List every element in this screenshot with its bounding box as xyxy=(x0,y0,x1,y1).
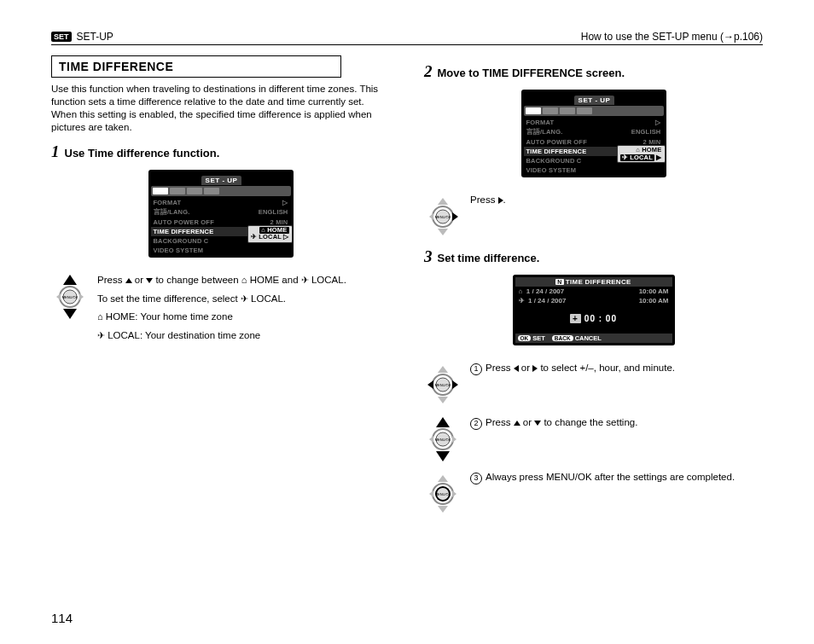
dpad-up-down-icon: MENU/OK xyxy=(51,273,89,321)
page-header: SET SET-UP How to use the SET-UP menu (→… xyxy=(51,31,763,45)
intro-text: Use this function when traveling to dest… xyxy=(51,83,390,134)
dpad-up-down-icon: MENU/OK xyxy=(424,415,462,463)
step3-sub2: MENU/OK 2Press or to change the setting. xyxy=(424,415,763,463)
svg-text:MENU/OK: MENU/OK xyxy=(62,295,78,299)
lcd-tab: SET - UP xyxy=(201,176,242,185)
left-column: TIME DIFFERENCE Use this function when t… xyxy=(51,55,390,523)
lcd-local-row: ✈ 1 / 24 / 200710:00 AM xyxy=(515,296,672,305)
svg-marker-14 xyxy=(438,366,448,373)
instr-line: 3Always press MENU/OK after the settings… xyxy=(470,470,763,485)
lcd-popup: ⌂ HOME ✈ LOCAL ▶ xyxy=(617,145,666,163)
dpad-left-right-icon: MENU/OK xyxy=(424,361,462,409)
svg-text:MENU/OK: MENU/OK xyxy=(435,438,451,442)
svg-marker-1 xyxy=(63,309,77,319)
svg-marker-27 xyxy=(452,436,456,443)
lcd-screen-step1: SET - UP FORMAT▷ 言語/LANG.ENGLISH AUTO PO… xyxy=(148,170,294,258)
svg-marker-8 xyxy=(438,229,448,235)
step3-sub1: MENU/OK 1Press or to select +/–, hour, a… xyxy=(424,361,763,409)
page-number: 114 xyxy=(51,611,73,625)
lcd-popup: ⌂ HOME ✈ LOCAL ▷ xyxy=(247,225,293,243)
lcd-value: ▷ xyxy=(282,199,288,206)
header-left: SET SET-UP xyxy=(51,31,113,43)
plane-icon: ✈ xyxy=(301,275,309,285)
svg-marker-29 xyxy=(438,506,448,513)
right-column: 2 Move to TIME DIFFERENCE screen. SET - … xyxy=(424,55,763,523)
svg-text:MENU/OK: MENU/OK xyxy=(435,492,451,496)
svg-text:MENU/OK: MENU/OK xyxy=(435,383,451,387)
manual-page: SET SET-UP How to use the SET-UP menu (→… xyxy=(0,0,814,540)
svg-marker-20 xyxy=(452,380,458,389)
circle-number-icon: 3 xyxy=(470,473,482,484)
header-right: How to use the SET-UP menu (→p.106) xyxy=(581,31,763,43)
lcd-item: AUTO POWER OFF xyxy=(154,218,214,226)
step-title: Set time difference. xyxy=(438,252,540,264)
dpad-right-icon: MENU/OK xyxy=(424,193,462,241)
instr-line: Press or to change between ⌂ HOME and ✈ … xyxy=(97,273,390,288)
circle-number-icon: 1 xyxy=(470,363,482,375)
lcd-item: FORMAT xyxy=(526,119,555,126)
lcd-item: 言語/LANG. xyxy=(154,208,190,217)
lcd-item: BACKGROUND C xyxy=(526,157,582,165)
svg-text:MENU/OK: MENU/OK xyxy=(435,215,451,219)
lcd-value: ▷ xyxy=(655,119,660,126)
set-badge-icon: SET xyxy=(51,32,72,42)
lcd-screen-step2: SET - UP FORMAT▷ 言語/LANG.ENGLISH AUTO PO… xyxy=(521,90,666,177)
svg-marker-5 xyxy=(56,293,61,300)
svg-marker-7 xyxy=(438,198,448,205)
svg-marker-6 xyxy=(79,293,84,300)
step-title: Use Time difference function. xyxy=(65,147,220,160)
section-title: TIME DIFFERENCE xyxy=(51,55,341,78)
step2-instructions: MENU/OK Press . xyxy=(424,193,763,241)
step-number: 1 xyxy=(51,142,60,161)
lcd-item: VIDEO SYSTEM xyxy=(154,247,204,254)
up-arrow-icon xyxy=(125,278,132,283)
dpad-center-icon: MENU/OK xyxy=(424,470,462,518)
svg-marker-19 xyxy=(427,380,433,389)
step-number: 3 xyxy=(424,247,433,266)
svg-marker-22 xyxy=(436,451,450,461)
svg-marker-15 xyxy=(438,397,448,403)
svg-marker-28 xyxy=(438,475,448,482)
lcd-item: AUTO POWER OFF xyxy=(526,138,587,146)
home-icon: ⌂ xyxy=(97,311,103,322)
step3-header: 3 Set time difference. xyxy=(424,247,763,266)
lcd-item: BACKGROUND C xyxy=(154,237,209,245)
lcd-body: +00 : 00 xyxy=(515,305,672,334)
svg-marker-21 xyxy=(436,417,450,427)
instr-line: To set the time difference, select ✈ LOC… xyxy=(97,292,390,307)
instr-line: 1Press or to select +/–, hour, and minut… xyxy=(470,361,763,376)
step1-instructions: MENU/OK Press or to change between ⌂ HOM… xyxy=(51,273,390,347)
lcd-title: NTIME DIFFERENCE xyxy=(515,277,672,287)
step-title: Move to TIME DIFFERENCE screen. xyxy=(438,67,625,79)
svg-marker-12 xyxy=(429,213,433,220)
instr-line: 2Press or to change the setting. xyxy=(470,415,763,431)
lcd-item: VIDEO SYSTEM xyxy=(526,166,577,174)
lcd-value: ENGLISH xyxy=(259,208,288,217)
svg-marker-0 xyxy=(63,275,77,285)
lcd-home-row: ⌂ 1 / 24 / 200710:00 AM xyxy=(515,287,672,296)
step-number: 2 xyxy=(424,62,433,81)
lcd-tab: SET - UP xyxy=(574,96,615,105)
lcd-item-selected: TIME DIFFERENCE ⌂ HOME ✈ LOCAL ▷ xyxy=(151,227,291,236)
lcd-item-selected: TIME DIFFERENCE ⌂ HOME ✈ LOCAL ▶ xyxy=(524,147,664,156)
instr-line: ⌂ HOME: Your home time zone xyxy=(97,310,390,325)
lcd-screen-step3: NTIME DIFFERENCE ⌂ 1 / 24 / 200710:00 AM… xyxy=(513,275,675,345)
instr-line: Press . xyxy=(470,193,763,208)
svg-marker-35 xyxy=(452,490,456,497)
instr-line: ✈ LOCAL: Your destination time zone xyxy=(97,328,390,344)
step2-header: 2 Move to TIME DIFFERENCE screen. xyxy=(424,62,763,81)
plane-icon: ✈ xyxy=(97,330,105,340)
lcd-tab-row xyxy=(151,186,291,196)
plane-icon: ✈ xyxy=(241,293,248,304)
up-arrow-icon xyxy=(514,421,520,426)
svg-marker-13 xyxy=(452,212,458,221)
step1-header: 1 Use Time difference function. xyxy=(51,142,390,161)
lcd-item: FORMAT xyxy=(154,199,182,206)
header-section: SET-UP xyxy=(77,31,113,43)
lcd-value: ENGLISH xyxy=(631,128,661,136)
lcd-item: 言語/LANG. xyxy=(526,128,563,136)
step3-sub3: MENU/OK 3Always press MENU/OK after the … xyxy=(424,470,763,518)
lcd-footer: OKSET BACKCANCEL xyxy=(515,334,672,343)
circle-number-icon: 2 xyxy=(470,418,482,430)
svg-marker-26 xyxy=(429,436,433,443)
